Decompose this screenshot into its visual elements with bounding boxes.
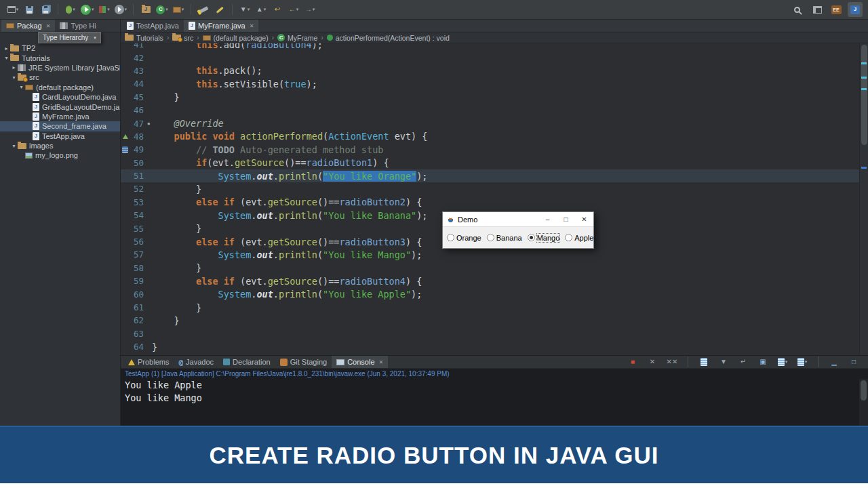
close-icon[interactable]: ✕ — [250, 23, 254, 29]
code-line-60[interactable]: 60 System.out.println("You like Apple"); — [121, 287, 868, 300]
code-line-41[interactable]: 41 this.add(radioButton4); — [121, 43, 868, 51]
minimize-button[interactable]: – — [538, 212, 557, 226]
code-line-64[interactable]: 64} — [121, 340, 868, 353]
editor-tab-myframe-java[interactable]: MyFrame.java✕ — [184, 20, 258, 32]
open-console-button[interactable]: ▾ — [795, 354, 810, 369]
breadcrumb-item-tutorials[interactable]: Tutorials — [125, 34, 163, 42]
radio-banana[interactable]: Banana — [487, 234, 522, 242]
scroll-lock-button[interactable]: ▼ — [716, 354, 731, 369]
view-tab-declaration[interactable]: Declaration — [218, 356, 275, 368]
back-button[interactable]: ←▾ — [286, 2, 301, 17]
editor-tab-testapp-java[interactable]: TestApp.java — [122, 20, 184, 32]
tree-item-myframe-java[interactable]: MyFrame.java — [0, 112, 120, 121]
next-annotation-button[interactable]: ▼▾ — [237, 2, 252, 17]
radio-mango[interactable]: Mango — [528, 234, 560, 242]
maximize-view-button[interactable]: □ — [846, 354, 861, 369]
display-selected-console-button[interactable]: ▾ — [775, 354, 790, 369]
breadcrumb-item-myframe[interactable]: MyFrame — [277, 34, 317, 42]
java-perspective-button[interactable]: J — [848, 2, 863, 17]
tree-item-gridbaglayoutdemo-ja[interactable]: GridBagLayoutDemo.ja — [0, 102, 120, 111]
code-line-53[interactable]: 53 else if (evt.getSource()==radioButton… — [121, 196, 868, 209]
code-line-63[interactable]: 63 — [121, 327, 868, 340]
tree-item-cardlayoutdemo-java[interactable]: CardLayoutDemo.java — [0, 92, 120, 102]
mark-occurrences-button[interactable] — [212, 2, 227, 17]
code-line-44[interactable]: 44 this.setVisible(true); — [121, 77, 868, 90]
type-hierarchy-tooltip[interactable]: Type Hierarchy ▾ — [38, 32, 101, 43]
view-tab-packag[interactable]: Packag✕ — [1, 20, 55, 32]
view-tab-type-hi[interactable]: Type Hi — [55, 20, 100, 32]
save-button[interactable] — [22, 2, 37, 17]
forward-button[interactable]: →▾ — [302, 2, 317, 17]
search-button[interactable] — [791, 2, 806, 17]
terminate-button[interactable]: ■ — [625, 354, 640, 369]
tree-item-testapp-java[interactable]: TestApp.java — [0, 131, 120, 141]
tree-item-default-package[interactable]: ▾(default package) — [0, 83, 120, 92]
editor-scrollbar[interactable] — [859, 43, 868, 355]
tree-item-second-frame-java[interactable]: Second_frame.java — [0, 121, 120, 131]
code-line-51[interactable]: 51 System.out.println("You like Orange")… — [121, 169, 868, 182]
new-class-button[interactable]: C▾ — [155, 2, 170, 17]
new-wizard-button[interactable]: ▾ — [5, 2, 20, 17]
view-tab-problems[interactable]: Problems — [123, 356, 174, 368]
remove-all-launches-button[interactable]: ✕✕ — [665, 354, 679, 369]
code-line-47[interactable]: 47● @Override — [121, 117, 868, 129]
debug-button[interactable]: ▾ — [63, 2, 78, 17]
code-line-42[interactable]: 42 — [121, 51, 868, 64]
remove-launch-button[interactable]: ✕ — [645, 354, 660, 369]
tree-item-my-logo-png[interactable]: my_logo.png — [0, 150, 120, 160]
new-java-project-button[interactable]: J — [138, 2, 153, 17]
console-scrollbar[interactable] — [859, 379, 868, 426]
demo-window[interactable]: Demo – □ ✕ OrangeBananaMangoApple — [442, 211, 594, 249]
tree-expand-arrow[interactable]: ▾ — [3, 55, 10, 61]
view-tab-console[interactable]: Console✕ — [332, 356, 388, 368]
close-icon[interactable]: ✕ — [379, 359, 384, 365]
console-output[interactable]: You like AppleYou like Mango — [121, 379, 868, 426]
demo-titlebar[interactable]: Demo – □ ✕ — [443, 212, 593, 227]
java-ee-perspective-button[interactable]: EE — [829, 2, 844, 17]
tree-expand-arrow[interactable]: ▾ — [10, 75, 18, 81]
close-icon[interactable]: ✕ — [46, 23, 51, 29]
editor[interactable]: 41 this.add(radioButton4);4243 this.pack… — [121, 43, 868, 355]
new-package-button[interactable]: ▾ — [171, 2, 186, 17]
code-line-57[interactable]: 57 System.out.println("You like Mango"); — [121, 248, 868, 261]
code-line-50[interactable]: 50 if(evt.getSource()==radioButton1) { — [121, 157, 868, 169]
breadcrumb-item-src[interactable]: src — [172, 34, 193, 42]
tree-item-tp2[interactable]: ▸TP2 — [0, 43, 120, 53]
open-search-button[interactable] — [196, 2, 211, 17]
breadcrumb-item-actionperformed-actionevent-[interactable]: actionPerformed(ActionEvent) : void — [327, 34, 450, 42]
tree-expand-arrow[interactable]: ▸ — [3, 45, 10, 52]
tree-expand-arrow[interactable]: ▾ — [10, 143, 18, 149]
last-edit-location-button[interactable]: ↩ — [270, 2, 285, 17]
code-line-59[interactable]: 59 else if (evt.getSource()==radioButton… — [121, 274, 868, 287]
code-line-49[interactable]: 49 // TODO Auto-generated method stub — [121, 143, 868, 156]
radio-orange[interactable]: Orange — [447, 234, 481, 242]
breadcrumb-item-default-package[interactable]: (default package) — [203, 34, 269, 42]
view-tab-git-staging[interactable]: Git Staging — [275, 356, 332, 368]
close-button[interactable]: ✕ — [575, 212, 593, 226]
maximize-button[interactable]: □ — [557, 212, 575, 226]
radio-apple[interactable]: Apple — [565, 234, 593, 242]
tree-item-images[interactable]: ▾images — [0, 141, 120, 150]
tree-item-jre-system-library-javase-1-8[interactable]: ▸JRE System Library [JavaSE-1.8 — [0, 63, 120, 73]
code-line-62[interactable]: 62 } — [121, 314, 868, 327]
code-line-58[interactable]: 58 } — [121, 262, 868, 274]
code-line-52[interactable]: 52 } — [121, 182, 868, 195]
code-line-45[interactable]: 45 } — [121, 91, 868, 104]
minimize-view-button[interactable]: ▁ — [827, 354, 842, 369]
tree-item-tutorials[interactable]: ▾Tutorials — [0, 53, 120, 62]
clear-console-button[interactable] — [696, 354, 711, 369]
tree-item-src[interactable]: ▾src — [0, 73, 120, 82]
previous-annotation-button[interactable]: ▲▾ — [254, 2, 269, 17]
word-wrap-button[interactable]: ↵ — [736, 354, 751, 369]
external-tools-button[interactable]: ▾ — [113, 2, 129, 17]
code-line-48[interactable]: 48 public void actionPerformed(ActionEve… — [121, 130, 868, 143]
tree-expand-arrow[interactable]: ▾ — [18, 84, 25, 90]
coverage-button[interactable]: ▾ — [97, 2, 112, 17]
code-line-46[interactable]: 46 — [121, 104, 868, 117]
open-perspective-button[interactable] — [810, 2, 825, 17]
view-tab-javadoc[interactable]: @Javadoc — [174, 356, 218, 368]
tree-expand-arrow[interactable]: ▸ — [10, 64, 18, 70]
scrollbar-thumb[interactable] — [861, 45, 867, 145]
run-button[interactable]: ▾ — [79, 2, 96, 17]
save-all-button[interactable] — [38, 2, 53, 17]
